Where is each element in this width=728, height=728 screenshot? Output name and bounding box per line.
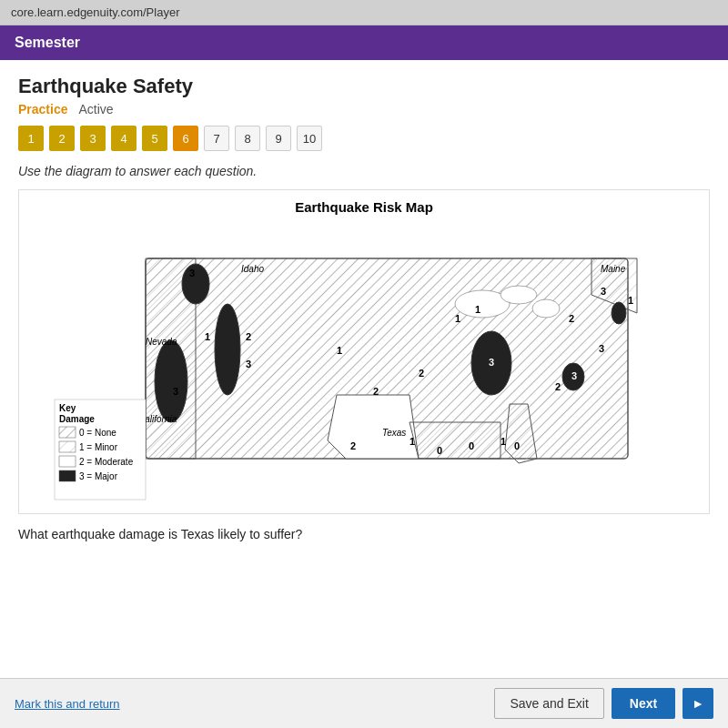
svg-text:3: 3 <box>489 357 494 368</box>
svg-text:1: 1 <box>205 331 210 342</box>
next-button[interactable]: Next <box>612 688 675 719</box>
svg-text:2 = Moderate: 2 = Moderate <box>79 457 134 467</box>
svg-marker-5 <box>328 395 419 459</box>
question-number-9[interactable]: 9 <box>266 126 291 151</box>
svg-text:2: 2 <box>555 381 561 392</box>
svg-text:0 = None: 0 = None <box>79 428 116 438</box>
svg-point-10 <box>532 299 560 318</box>
svg-text:3 = Major: 3 = Major <box>79 471 118 481</box>
svg-text:2: 2 <box>246 331 251 342</box>
svg-text:3: 3 <box>246 359 251 369</box>
svg-text:1 = Minor: 1 = Minor <box>79 442 118 452</box>
svg-text:1: 1 <box>410 436 415 447</box>
map-container: Earthquake Risk Map <box>18 189 710 514</box>
svg-text:1: 1 <box>475 304 480 315</box>
mark-this-link[interactable]: Mark this and return <box>15 697 120 711</box>
svg-text:3: 3 <box>173 386 178 397</box>
svg-text:Nevada: Nevada <box>146 337 177 347</box>
svg-text:2: 2 <box>569 313 574 324</box>
svg-rect-50 <box>59 441 76 452</box>
lesson-subtitle: Practice Active <box>18 102 710 116</box>
svg-text:0: 0 <box>469 440 474 451</box>
svg-text:1: 1 <box>337 345 342 356</box>
svg-rect-48 <box>59 427 76 438</box>
svg-text:3: 3 <box>571 370 577 381</box>
svg-text:2: 2 <box>350 440 356 451</box>
lesson-title: Earthquake Safety <box>18 75 710 98</box>
svg-text:Idaho: Idaho <box>241 264 264 274</box>
svg-text:Key: Key <box>59 403 76 413</box>
svg-text:Maine: Maine <box>601 264 626 274</box>
arrow-button[interactable]: ► <box>682 688 713 719</box>
question-number-3[interactable]: 3 <box>80 126 106 151</box>
svg-point-9 <box>500 286 537 304</box>
question-number-6[interactable]: 6 <box>173 126 198 151</box>
main-content: Earthquake Safety Practice Active 1 2 3 … <box>0 60 728 715</box>
question-number-10[interactable]: 10 <box>297 126 322 151</box>
svg-text:Damage: Damage <box>59 414 95 424</box>
bottom-buttons: Save and Exit Next ► <box>494 688 713 719</box>
svg-marker-6 <box>410 422 500 459</box>
svg-text:0: 0 <box>514 440 520 451</box>
question-number-row: 1 2 3 4 5 6 7 8 9 10 <box>18 126 710 151</box>
question-number-7[interactable]: 7 <box>204 126 229 151</box>
svg-rect-54 <box>59 470 76 481</box>
practice-label: Practice <box>18 102 67 116</box>
svg-text:3: 3 <box>599 343 604 354</box>
bottom-bar: Mark this and return Save and Exit Next … <box>0 678 728 728</box>
svg-text:Texas: Texas <box>382 428 406 438</box>
question-number-1[interactable]: 1 <box>18 126 44 151</box>
svg-text:3: 3 <box>601 286 606 297</box>
question-text: What earthquake damage is Texas likely t… <box>18 527 710 541</box>
question-number-5[interactable]: 5 <box>142 126 167 151</box>
save-exit-button[interactable]: Save and Exit <box>494 688 603 719</box>
question-number-2[interactable]: 2 <box>49 126 75 151</box>
svg-point-12 <box>182 264 209 304</box>
active-label: Active <box>78 102 113 116</box>
browser-url-bar: core.learn.edgenuity.com/Player <box>0 0 728 25</box>
svg-text:3: 3 <box>189 268 195 278</box>
question-number-8[interactable]: 8 <box>235 126 260 151</box>
svg-text:2: 2 <box>373 386 379 397</box>
instruction-text: Use the diagram to answer each question. <box>18 164 710 178</box>
earthquake-risk-map: Nevada California Idaho Maine Texas 3 1 … <box>28 222 700 504</box>
svg-text:1: 1 <box>455 313 460 324</box>
svg-rect-52 <box>59 456 76 467</box>
svg-point-13 <box>215 304 240 395</box>
svg-text:2: 2 <box>419 368 424 379</box>
svg-point-16 <box>612 302 626 324</box>
svg-point-11 <box>155 340 187 422</box>
question-number-4[interactable]: 4 <box>111 126 136 151</box>
svg-text:1: 1 <box>500 436 506 447</box>
map-title: Earthquake Risk Map <box>28 199 700 215</box>
svg-text:0: 0 <box>437 445 442 456</box>
svg-text:1: 1 <box>628 295 633 306</box>
app-header: Semester <box>0 25 728 60</box>
